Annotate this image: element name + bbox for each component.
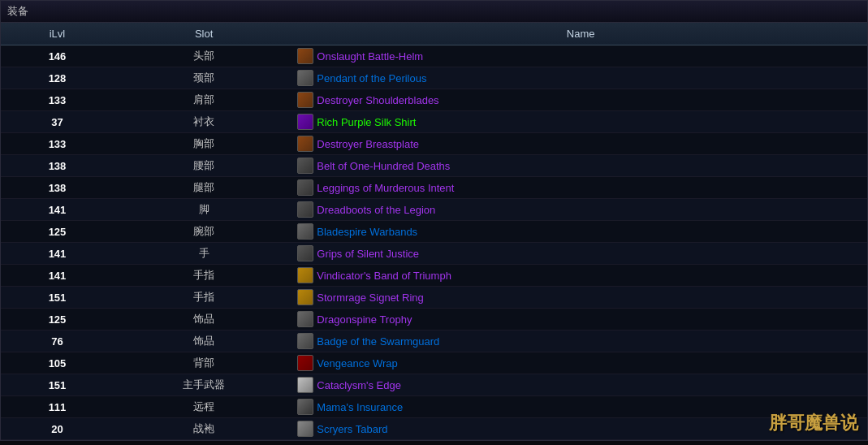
cell-ilvl: 105 — [1, 352, 114, 374]
item-icon — [297, 245, 313, 261]
window-title: 装备 — [7, 5, 28, 17]
item-name: Vengeance Wrap — [317, 357, 398, 369]
cell-slot: 腿部 — [114, 177, 294, 199]
table-container: iLvl Slot Name 146头部Onslaught Battle-Hel… — [1, 23, 867, 440]
item-icon — [297, 223, 313, 240]
table-row: 125饰品Dragonspine Trophy — [1, 309, 867, 331]
item-icon — [297, 289, 313, 305]
cell-slot: 手 — [114, 243, 294, 265]
cell-name: Grips of Silent Justice — [294, 243, 867, 265]
cell-slot: 胸部 — [114, 133, 294, 155]
cell-slot: 颈部 — [114, 67, 294, 89]
cell-ilvl: 76 — [1, 331, 114, 352]
item-icon — [297, 158, 313, 174]
item-icon — [297, 333, 313, 349]
header-ilvl: iLvl — [1, 23, 114, 45]
equipment-window: 装备 iLvl Slot Name 146头部Onslaught Battle-… — [0, 0, 868, 441]
table-row: 138腿部Leggings of Murderous Intent — [1, 177, 867, 199]
cell-name: Stormrage Signet Ring — [294, 287, 867, 309]
cell-ilvl: 141 — [1, 243, 114, 265]
cell-ilvl: 138 — [1, 155, 114, 177]
table-row: 76饰品Badge of the Swarmguard — [1, 331, 867, 352]
header-name: Name — [294, 23, 867, 45]
item-icon — [297, 421, 313, 437]
item-name: Pendant of the Perilous — [317, 72, 426, 84]
item-icon — [297, 179, 313, 196]
item-icon — [297, 70, 313, 86]
cell-name: Vindicator's Band of Triumph — [294, 265, 867, 287]
cell-slot: 主手武器 — [114, 374, 294, 396]
cell-ilvl: 133 — [1, 89, 114, 111]
cell-ilvl: 20 — [1, 418, 114, 440]
item-name: Belt of One-Hundred Deaths — [317, 160, 450, 172]
cell-ilvl: 125 — [1, 221, 114, 243]
item-name: Dragonspine Trophy — [317, 313, 412, 326]
item-name: Destroyer Breastplate — [317, 138, 419, 150]
cell-ilvl: 151 — [1, 374, 114, 396]
cell-name: Cataclysm's Edge — [294, 374, 867, 396]
table-row: 128颈部Pendant of the Perilous — [1, 67, 867, 89]
item-icon — [297, 48, 313, 64]
table-row: 146头部Onslaught Battle-Helm — [1, 45, 867, 67]
cell-ilvl: 138 — [1, 177, 114, 199]
table-row: 111远程Mama's Insurance — [1, 396, 867, 418]
cell-slot: 手指 — [114, 265, 294, 287]
cell-name: Onslaught Battle-Helm — [294, 45, 867, 67]
cell-slot: 手指 — [114, 287, 294, 309]
item-name: Mama's Insurance — [317, 401, 403, 413]
table-row: 151手指Stormrage Signet Ring — [1, 287, 867, 309]
cell-ilvl: 111 — [1, 396, 114, 418]
item-name: Cataclysm's Edge — [317, 379, 401, 391]
table-row: 133胸部Destroyer Breastplate — [1, 133, 867, 155]
item-icon — [297, 201, 313, 218]
cell-slot: 饰品 — [114, 309, 294, 331]
item-name: Badge of the Swarmguard — [317, 335, 439, 348]
cell-ilvl: 141 — [1, 265, 114, 287]
table-row: 105背部Vengeance Wrap — [1, 352, 867, 374]
cell-ilvl: 37 — [1, 111, 114, 133]
item-icon — [297, 311, 313, 327]
table-row: 141手Grips of Silent Justice — [1, 243, 867, 265]
cell-name: Mama's Insurance — [294, 396, 867, 418]
cell-slot: 饰品 — [114, 331, 294, 352]
cell-name: Destroyer Breastplate — [294, 133, 867, 155]
item-name: Dreadboots of the Legion — [317, 204, 435, 216]
cell-name: Leggings of Murderous Intent — [294, 177, 867, 199]
cell-name: Badge of the Swarmguard — [294, 331, 867, 352]
table-header-row: iLvl Slot Name — [1, 23, 867, 45]
table-row: 141手指Vindicator's Band of Triumph — [1, 265, 867, 287]
cell-ilvl: 125 — [1, 309, 114, 331]
item-icon — [297, 267, 313, 283]
item-name: Destroyer Shoulderblades — [317, 94, 438, 106]
cell-name: Destroyer Shoulderblades — [294, 89, 867, 111]
cell-ilvl: 133 — [1, 133, 114, 155]
cell-name: Rich Purple Silk Shirt — [294, 111, 867, 133]
table-row: 151主手武器Cataclysm's Edge — [1, 374, 867, 396]
cell-slot: 肩部 — [114, 89, 294, 111]
cell-slot: 衬衣 — [114, 111, 294, 133]
cell-ilvl: 146 — [1, 45, 114, 67]
cell-slot: 腕部 — [114, 221, 294, 243]
item-icon — [297, 92, 313, 108]
cell-slot: 腰部 — [114, 155, 294, 177]
item-icon — [297, 136, 313, 152]
cell-name: Dreadboots of the Legion — [294, 199, 867, 221]
item-name: Grips of Silent Justice — [317, 248, 419, 260]
cell-name: Dragonspine Trophy — [294, 309, 867, 331]
header-slot: Slot — [114, 23, 294, 45]
item-name: Stormrage Signet Ring — [317, 292, 424, 304]
cell-name: Bladespire Warbands — [294, 221, 867, 243]
equipment-table: iLvl Slot Name 146头部Onslaught Battle-Hel… — [1, 23, 867, 440]
cell-ilvl: 141 — [1, 199, 114, 221]
item-icon — [297, 355, 313, 371]
table-row: 141脚Dreadboots of the Legion — [1, 199, 867, 221]
item-name: Onslaught Battle-Helm — [317, 50, 423, 63]
item-name: Rich Purple Silk Shirt — [317, 116, 416, 128]
cell-slot: 远程 — [114, 396, 294, 418]
table-row: 133肩部Destroyer Shoulderblades — [1, 89, 867, 111]
item-name: Bladespire Warbands — [317, 226, 417, 238]
cell-name: Pendant of the Perilous — [294, 67, 867, 89]
item-name: Leggings of Murderous Intent — [317, 182, 454, 194]
table-row: 125腕部Bladespire Warbands — [1, 221, 867, 243]
cell-slot: 脚 — [114, 199, 294, 221]
